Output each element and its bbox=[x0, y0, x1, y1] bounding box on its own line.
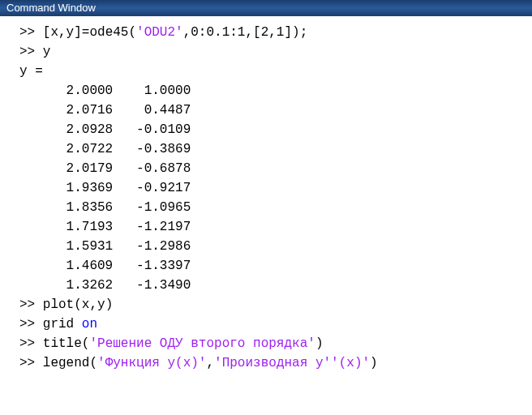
output-text: 1.9369 -0.9217 bbox=[19, 181, 191, 195]
output-text: 1.4609 -1.3397 bbox=[19, 259, 191, 273]
string-literal: 'ODU2' bbox=[136, 25, 183, 40]
output-text: 1.5931 -1.2986 bbox=[19, 239, 191, 254]
code-text: ) bbox=[370, 356, 378, 370]
string-literal: 'Производная y''(x)' bbox=[214, 356, 370, 370]
code-text: ,0:0.1:1,[2,1]); bbox=[183, 25, 308, 40]
code-text: plot(x,y) bbox=[43, 297, 113, 312]
prompt: >> bbox=[19, 297, 43, 312]
output-text: 1.3262 -1.3490 bbox=[19, 278, 191, 293]
output-row: 2.0000 1.0000 bbox=[19, 81, 529, 101]
string-literal: 'Функция y(x)' bbox=[97, 356, 206, 370]
prompt: >> bbox=[19, 25, 43, 40]
prompt: >> bbox=[19, 336, 43, 351]
string-literal: 'Решение ОДУ второго порядка' bbox=[89, 336, 315, 351]
prompt: >> bbox=[19, 317, 43, 332]
command-line: >> plot(x,y) bbox=[19, 295, 529, 314]
output-text: 2.0722 -0.3869 bbox=[19, 142, 191, 156]
code-text: title( bbox=[43, 336, 90, 351]
keyword: on bbox=[82, 317, 97, 332]
output-row: 2.0716 0.4487 bbox=[19, 101, 529, 120]
command-line: >> y bbox=[19, 42, 529, 62]
code-text: grid bbox=[43, 317, 82, 332]
output-text: 2.0179 -0.6878 bbox=[19, 161, 191, 176]
output-text: 2.0716 0.4487 bbox=[19, 103, 191, 118]
command-line: >> legend('Функция y(x)','Производная y'… bbox=[19, 353, 529, 373]
code-text: ) bbox=[315, 336, 324, 351]
window-title-bar: Command Window bbox=[0, 0, 532, 16]
command-line: >> [x,y]=ode45('ODU2',0:0.1:1,[2,1]); bbox=[19, 23, 529, 42]
prompt: >> bbox=[19, 356, 43, 370]
output-row: 2.0928 -0.0109 bbox=[19, 120, 529, 139]
output-row: 1.8356 -1.0965 bbox=[19, 198, 529, 217]
command-window-content[interactable]: >> [x,y]=ode45('ODU2',0:0.1:1,[2,1]); >>… bbox=[0, 16, 532, 379]
output-text: 1.8356 -1.0965 bbox=[19, 200, 191, 215]
output-row: 1.4609 -1.3397 bbox=[19, 256, 529, 276]
output-row: 1.5931 -1.2986 bbox=[19, 237, 529, 256]
code-text: , bbox=[206, 356, 214, 370]
output-text: 2.0000 1.0000 bbox=[19, 83, 191, 98]
code-text: legend( bbox=[43, 356, 97, 370]
output-text: 1.7193 -1.2197 bbox=[19, 220, 191, 234]
command-line: >> title('Решение ОДУ второго порядка') bbox=[19, 334, 529, 353]
output-row: 1.7193 -1.2197 bbox=[19, 217, 529, 237]
code-text: y bbox=[43, 45, 51, 59]
output-text: y = bbox=[19, 64, 43, 79]
output-text: 2.0928 -0.0109 bbox=[19, 122, 191, 137]
output-line: y = bbox=[19, 62, 529, 81]
output-row: 1.3262 -1.3490 bbox=[19, 276, 529, 295]
window-title: Command Window bbox=[6, 2, 96, 14]
output-row: 2.0179 -0.6878 bbox=[19, 159, 529, 178]
output-row: 2.0722 -0.3869 bbox=[19, 139, 529, 159]
output-row: 1.9369 -0.9217 bbox=[19, 178, 529, 198]
prompt: >> bbox=[19, 45, 43, 59]
command-line: >> grid on bbox=[19, 314, 529, 334]
code-text: [x,y]=ode45( bbox=[43, 25, 136, 40]
